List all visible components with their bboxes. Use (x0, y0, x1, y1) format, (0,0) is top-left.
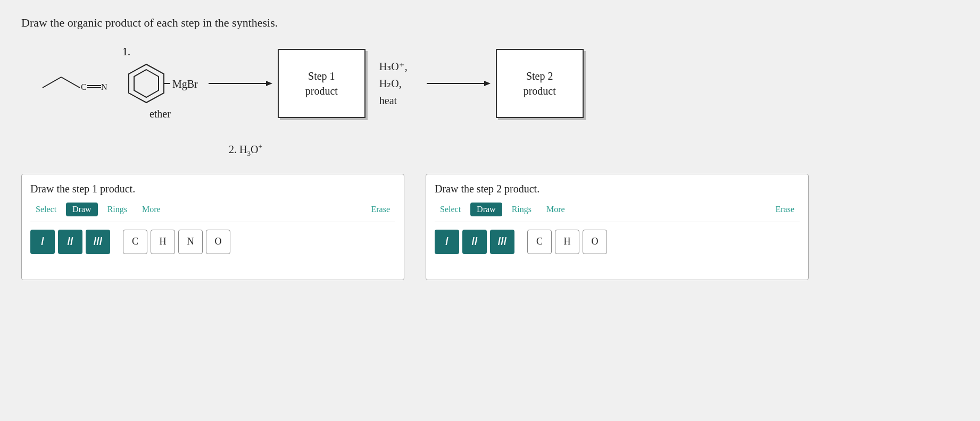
svg-text:C: C (81, 82, 87, 91)
svg-line-0 (43, 77, 61, 88)
panel1-oxygen-btn[interactable]: O (206, 230, 230, 254)
draw-panel-1: Draw the step 1 product. Select Draw Rin… (21, 174, 404, 280)
panel1-triple-bond-btn[interactable]: /// (86, 230, 110, 254)
panel2-draw-btn[interactable]: Draw (470, 203, 502, 216)
svg-line-1 (61, 77, 80, 88)
panel1-double-bond-btn[interactable]: // (58, 230, 82, 254)
step2-product-label: Step 2 product (524, 69, 556, 98)
conditions2-line2: H₂O, (379, 75, 402, 92)
panel1-hydrogen-btn[interactable]: H (151, 230, 175, 254)
nitrile-structure: C N (32, 50, 117, 116)
panel1-single-bond-btn[interactable]: / (30, 230, 55, 254)
panel2-single-bond-btn[interactable]: / (435, 230, 459, 254)
benzene-mgbr: MgBr (122, 60, 198, 108)
step2-product-box[interactable]: Step 2 product (496, 49, 584, 118)
panel2-toolbar: Select Draw Rings More Erase (435, 203, 800, 222)
panel2-select-btn[interactable]: Select (435, 203, 466, 216)
reagent2-label: 2. H3O+ (229, 142, 959, 158)
panel2-carbon-btn[interactable]: C (527, 230, 552, 254)
panel1-toolbar: Select Draw Rings More Erase (30, 203, 395, 222)
panel1-draw-btn[interactable]: Draw (66, 203, 98, 216)
mgbr-label: MgBr (172, 78, 198, 90)
panel2-title: Draw the step 2 product. (435, 183, 800, 195)
conditions2-line3: heat (379, 92, 397, 109)
reagent1-number: 1. (122, 46, 130, 58)
ether-label: ether (122, 108, 198, 120)
panel2-more-btn[interactable]: More (541, 203, 570, 216)
panel1-title: Draw the step 1 product. (30, 183, 395, 195)
panel2-oxygen-btn[interactable]: O (583, 230, 607, 254)
panel1-erase-btn[interactable]: Erase (366, 203, 395, 216)
panel2-hydrogen-btn[interactable]: H (555, 230, 579, 254)
panel1-rings-btn[interactable]: Rings (102, 203, 132, 216)
step1-reagent-block: 1. MgBr ether (122, 46, 198, 121)
panel2-erase-btn[interactable]: Erase (770, 203, 800, 216)
arrow1 (209, 75, 272, 91)
panel2-double-bond-btn[interactable]: // (462, 230, 487, 254)
step1-product-label: Step 1 product (305, 69, 338, 98)
draw-panels: Draw the step 1 product. Select Draw Rin… (21, 174, 959, 280)
arrow2 (427, 75, 491, 91)
panel2-triple-bond-btn[interactable]: /// (490, 230, 514, 254)
conditions2-block: H₃O⁺, H₂O, heat (374, 58, 413, 109)
svg-marker-12 (484, 81, 491, 86)
panel2-rings-btn[interactable]: Rings (506, 203, 537, 216)
main-instruction: Draw the organic product of each step in… (21, 16, 959, 30)
svg-marker-7 (134, 70, 159, 97)
reaction-area: C N 1. MgBr ether (21, 46, 959, 121)
panel2-tools-row: / // /// C H O (435, 230, 800, 254)
panel1-more-btn[interactable]: More (137, 203, 166, 216)
panel1-nitrogen-btn[interactable]: N (178, 230, 203, 254)
step1-product-box[interactable]: Step 1 product (278, 49, 366, 118)
draw-panel-2: Draw the step 2 product. Select Draw Rin… (426, 174, 809, 280)
panel1-carbon-btn[interactable]: C (123, 230, 147, 254)
panel1-select-btn[interactable]: Select (30, 203, 62, 216)
panel1-tools-row: / // /// C H N O (30, 230, 395, 254)
svg-marker-10 (266, 81, 272, 86)
conditions2-line1: H₃O⁺, (379, 58, 408, 75)
svg-text:N: N (101, 82, 107, 91)
